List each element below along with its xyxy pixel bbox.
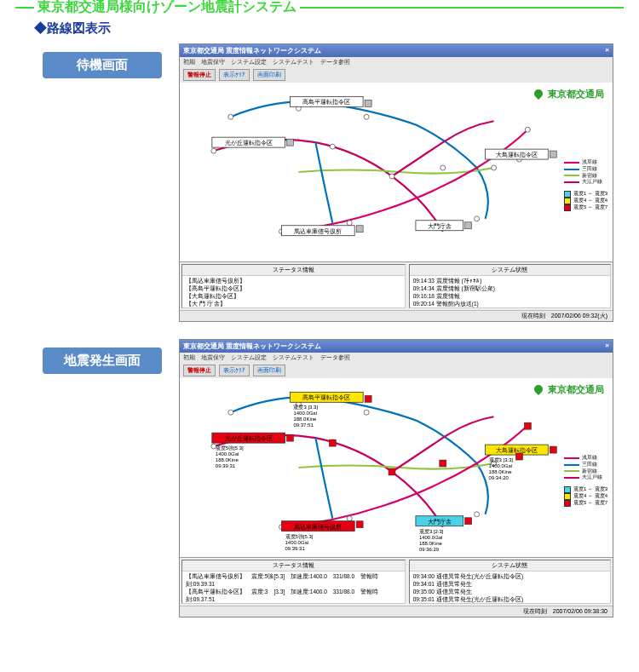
svg-text:09:39:31: 09:39:31 (216, 463, 236, 468)
svg-rect-75 (524, 422, 531, 429)
station-oshima: 大島運転指令区 (496, 152, 538, 158)
svg-rect-74 (440, 460, 446, 467)
screenshot-standby: 東京都交通局 震度情報ネットワークシステム× 初期 地震保守 システム設定 シス… (179, 43, 613, 322)
svg-point-0 (228, 114, 233, 119)
svg-text:大門庁舎: 大門庁舎 (428, 519, 452, 525)
svg-rect-73 (329, 439, 336, 446)
svg-point-2 (364, 114, 369, 119)
svg-rect-19 (365, 100, 371, 106)
svg-point-24 (228, 410, 233, 415)
btn-alarm-stop[interactable]: 警報停止 (183, 365, 216, 376)
screenshot-quake: 東京都交通局 震度情報ネットワークシステム× 初期 地震保守 システム設定 シス… (179, 339, 613, 617)
svg-point-6 (389, 174, 394, 179)
btn-print[interactable]: 画面印刷 (253, 69, 285, 81)
svg-text:09:34:20: 09:34:20 (489, 475, 509, 480)
svg-text:1400.0Gal: 1400.0Gal (419, 535, 443, 540)
svg-point-35 (347, 516, 352, 521)
svg-point-3 (211, 148, 216, 153)
svg-rect-21 (356, 226, 363, 233)
clock: 現在時刻 2007/02/06 09:38:30 (180, 606, 613, 617)
route-map-standby: 東京都交通局 高島平運転指令区 (180, 83, 613, 261)
station-daimon: 大門庁舎 (428, 223, 452, 229)
svg-point-7 (440, 165, 446, 170)
svg-point-33 (475, 512, 480, 517)
svg-rect-69 (356, 521, 363, 528)
station-magome: 馬込車庫信号扱所 (293, 228, 342, 234)
svg-point-8 (492, 165, 497, 170)
svg-text:09:36:29: 09:36:29 (419, 547, 440, 552)
svg-rect-67 (365, 395, 371, 402)
svg-text:光が丘運転指令区: 光が丘運転指令区 (225, 435, 273, 442)
route-map-quake: 東京都交通局 高島平運転指令区 震度3 [3.3] (180, 378, 613, 557)
btn-clear[interactable]: 表示ｸﾘｱ (219, 365, 250, 376)
label-standby: 待機画面 (43, 52, 162, 78)
svg-text:1400.0Gal: 1400.0Gal (489, 463, 513, 468)
svg-rect-20 (287, 139, 294, 146)
svg-text:188.0Kine: 188.0Kine (293, 416, 317, 422)
svg-point-12 (525, 127, 530, 132)
legend: 浅草線 三田線 新宿線 大江戸線 震度1 ～ 震度3 震度4 ～ 震度4 震度5… (564, 455, 607, 507)
window-menu: 初期 地震保守 システム設定 システムテスト データ参照 (180, 57, 613, 67)
svg-text:馬込車庫信号扱所: 馬込車庫信号扱所 (293, 524, 342, 530)
section-subtitle: ◆路線図表示 (34, 20, 639, 37)
svg-rect-76 (515, 453, 522, 460)
svg-rect-22 (465, 222, 472, 229)
svg-text:高島平運転指令区: 高島平運転指令区 (302, 394, 350, 401)
svg-point-26 (364, 410, 369, 415)
svg-point-11 (347, 221, 352, 226)
svg-rect-70 (465, 518, 472, 525)
row-quake: 地震発生画面 東京都交通局 震度情報ネットワークシステム× 初期 地震保守 シス… (0, 339, 639, 617)
window-title: 東京都交通局 震度情報ネットワークシステム× (180, 44, 613, 57)
status-right: システム状態 09:34:00 通信異常発生(光が丘運転指令区) 09:34:0… (409, 560, 611, 604)
svg-text:震度3 [2.3]: 震度3 [2.3] (419, 528, 444, 534)
row-standby: 待機画面 東京都交通局 震度情報ネットワークシステム× 初期 地震保守 システム… (0, 43, 639, 322)
window-toolbar: 警報停止 表示ｸﾘｱ 画面印刷 (180, 363, 613, 378)
page-title-bar: 東京都交通局様向けゾーン地震計システム (0, 7, 639, 9)
svg-text:188.0Kine: 188.0Kine (216, 457, 239, 462)
station-hikarigaoka: 光が丘運転指令区 (225, 140, 273, 146)
svg-text:震度5強[5.3]: 震度5強[5.3] (285, 533, 314, 539)
svg-text:1400.0Gal: 1400.0Gal (216, 451, 239, 457)
svg-text:震度3 [3.3]: 震度3 [3.3] (489, 457, 514, 462)
window-title: 東京都交通局 震度情報ネットワークシステム× (180, 340, 613, 353)
svg-text:188.0Kine: 188.0Kine (489, 469, 513, 474)
btn-alarm-stop[interactable]: 警報停止 (183, 69, 216, 81)
window-toolbar: 警報停止 表示ｸﾘｱ 画面印刷 (180, 67, 613, 83)
svg-rect-23 (550, 151, 556, 158)
svg-text:1400.0Gal: 1400.0Gal (285, 540, 309, 545)
svg-point-9 (475, 216, 480, 221)
svg-text:188.0Kine: 188.0Kine (419, 541, 443, 546)
page-title: 東京都交通局様向けゾーン地震計システム (34, 0, 300, 16)
svg-text:09:39:31: 09:39:31 (285, 546, 306, 551)
label-quake: 地震発生画面 (43, 347, 162, 374)
svg-text:震度3 [3.3]: 震度3 [3.3] (293, 404, 318, 410)
svg-text:09:37:51: 09:37:51 (293, 422, 314, 428)
svg-rect-68 (287, 434, 294, 441)
status-right: システム状態 09:14:33 震度情報 (7ﾁｬﾈﾙ) 09:14:34 震度… (409, 264, 611, 308)
legend: 浅草線 三田線 新宿線 大江戸線 震度1 ～ 震度3 震度4 ～ 震度4 震度5… (564, 159, 607, 211)
status-left: ステータス情報 【馬込車庫信号扱所】 震度:5強[5.3] 加速度:1400.0… (181, 560, 406, 604)
svg-rect-71 (550, 446, 556, 453)
svg-text:震度5強[5.3]: 震度5強[5.3] (216, 445, 244, 451)
svg-point-5 (330, 144, 335, 149)
btn-print[interactable]: 画面印刷 (253, 365, 285, 376)
station-takashimadaira: 高島平運転指令区 (302, 99, 350, 106)
status-left: ステータス情報 【馬込車庫信号扱所】 【高島平運転指令区】 【大島運転指令区】 … (181, 264, 406, 308)
btn-clear[interactable]: 表示ｸﾘｱ (219, 69, 250, 81)
window-menu: 初期 地震保守 システム設定 システムテスト データ参照 (180, 353, 613, 363)
svg-text:1400.0Gal: 1400.0Gal (293, 411, 317, 416)
clock: 現在時刻 2007/02/06 09:32(火) (180, 310, 613, 321)
svg-rect-72 (389, 468, 395, 475)
